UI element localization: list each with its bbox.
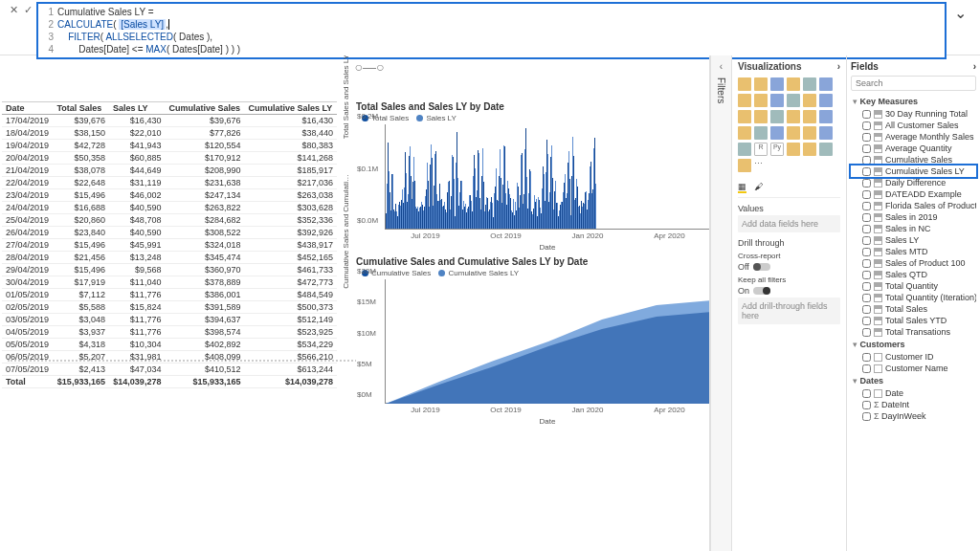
field-checkbox[interactable] — [862, 412, 871, 421]
viz-gallery[interactable]: RPy ⋯ — [738, 76, 840, 178]
field-item[interactable]: DayInWeek — [851, 410, 976, 422]
field-item[interactable]: Total Sales — [851, 303, 976, 315]
table-row[interactable]: 23/04/2019$15,496$46,002$247,134$263,038 — [2, 189, 337, 202]
table-row[interactable]: 03/05/2019$3,048$11,776$394,637$512,149 — [2, 314, 337, 326]
column-header[interactable]: Total Sales — [53, 102, 108, 115]
chevron-right-icon[interactable]: › — [837, 61, 840, 72]
formula-dropdown[interactable]: ⌄ — [947, 2, 974, 24]
field-item[interactable]: Sales QTD — [851, 269, 976, 280]
column-header[interactable]: Date — [2, 102, 53, 115]
field-checkbox[interactable] — [862, 190, 871, 199]
field-item[interactable]: Daily Difference — [851, 177, 976, 188]
table-row[interactable]: 27/04/2019$15,496$45,991$324,018$438,917 — [2, 239, 337, 252]
field-checkbox[interactable] — [862, 202, 871, 210]
field-checkbox[interactable] — [862, 156, 871, 165]
field-item[interactable]: Total Transations — [851, 326, 976, 338]
field-item[interactable]: DateInt — [851, 399, 976, 410]
column-header[interactable]: Cumulative Sales LY — [245, 102, 337, 115]
field-item[interactable]: Total Sales YTD — [851, 315, 976, 326]
field-item[interactable]: Average Quantity — [851, 143, 976, 154]
formula-cancel[interactable]: ✕ — [10, 4, 18, 16]
chart-cumulative-sales[interactable]: Cumulative Sales and Cumulative Sales LY… — [356, 256, 709, 426]
field-checkbox[interactable] — [862, 401, 871, 409]
fields-tab-icon[interactable]: ▦ — [738, 182, 746, 193]
table-row[interactable]: 26/04/2019$23,840$40,590$308,522$392,926 — [2, 227, 337, 239]
field-item[interactable]: 30 Day Running Total — [851, 108, 976, 120]
table-row[interactable]: 02/05/2019$5,588$15,824$391,589$500,373 — [2, 301, 337, 314]
filters-pane-collapsed[interactable]: ‹ Filters — [710, 55, 731, 551]
field-checkbox[interactable] — [862, 179, 871, 187]
field-group[interactable]: Dates — [851, 374, 976, 387]
chart-title: Cumulative Sales and Cumulative Sales LY… — [356, 256, 709, 267]
table-row[interactable]: 21/04/2019$38,078$44,649$208,990$185,917 — [2, 165, 337, 177]
report-canvas[interactable]: ○—○ DateTotal SalesSales LYCumulative Sa… — [0, 55, 709, 551]
field-item[interactable]: Sales in NC — [851, 223, 976, 234]
table-row[interactable]: 06/05/2019$5,207$31,981$408,099$566,210 — [2, 351, 337, 364]
field-checkbox[interactable] — [862, 133, 871, 142]
field-checkbox[interactable] — [862, 271, 871, 279]
field-checkbox[interactable] — [862, 213, 871, 222]
values-well[interactable]: Add data fields here — [738, 215, 840, 232]
table-row[interactable]: 07/05/2019$2,413$47,034$410,512$613,244 — [2, 364, 337, 376]
table-row[interactable]: 01/05/2019$7,112$11,776$386,001$484,549 — [2, 289, 337, 301]
field-group[interactable]: Key Measures — [851, 95, 976, 108]
table-row[interactable]: 22/04/2019$22,648$31,119$231,638$217,036 — [2, 177, 337, 189]
table-row[interactable]: 24/04/2019$16,688$40,590$263,822$303,628 — [2, 202, 337, 214]
field-checkbox[interactable] — [862, 110, 871, 119]
table-row[interactable]: 18/04/2019$38,150$22,010$77,826$38,440 — [2, 127, 337, 140]
field-item[interactable]: Total Quantity — [851, 280, 976, 292]
field-checkbox[interactable] — [862, 144, 871, 153]
cross-report-toggle[interactable]: Off — [738, 262, 840, 272]
table-row[interactable]: 20/04/2019$50,358$60,885$170,912$141,268 — [2, 152, 337, 165]
field-checkbox[interactable] — [862, 282, 871, 291]
formula-commit[interactable]: ✓ — [24, 4, 33, 16]
field-item[interactable]: Cumulative Sales LY — [851, 165, 976, 177]
field-item[interactable]: Customer ID — [851, 351, 976, 363]
table-row[interactable]: 30/04/2019$17,919$11,040$378,889$472,773 — [2, 276, 337, 289]
field-item[interactable]: Average Monthly Sales — [851, 131, 976, 143]
table-row[interactable]: 19/04/2019$42,728$41,943$120,554$80,383 — [2, 140, 337, 152]
table-row[interactable]: 25/04/2019$20,860$48,708$284,682$352,336 — [2, 214, 337, 227]
field-item[interactable]: Florida Sales of Product 2 … — [851, 200, 976, 211]
field-item[interactable]: Total Quantity (Iteration) — [851, 292, 976, 303]
data-table[interactable]: DateTotal SalesSales LYCumulative SalesC… — [2, 101, 337, 388]
field-checkbox[interactable] — [862, 317, 871, 325]
field-checkbox[interactable] — [862, 305, 871, 314]
chart-total-sales[interactable]: Total Sales and Sales LY by Date Total S… — [356, 101, 709, 252]
field-checkbox[interactable] — [862, 236, 871, 245]
format-tab-icon[interactable]: 🖌 — [754, 182, 763, 193]
field-checkbox[interactable] — [862, 294, 871, 302]
table-row[interactable]: 05/05/2019$4,318$10,304$402,892$534,229 — [2, 339, 337, 351]
fields-search-input[interactable] — [851, 76, 976, 91]
field-item[interactable]: Cumulative Sales — [851, 154, 976, 165]
field-checkbox[interactable] — [862, 364, 871, 373]
keep-filters-toggle[interactable]: On — [738, 286, 840, 296]
column-header[interactable]: Cumulative Sales — [165, 102, 244, 115]
field-item[interactable]: Sales in 2019 — [851, 211, 976, 223]
drill-well[interactable]: Add drill-through fields here — [738, 298, 840, 324]
column-header[interactable]: Sales LY — [109, 102, 165, 115]
formula-editor[interactable]: 1Cumulative Sales LY = 2CALCULATE( [Sale… — [36, 2, 947, 59]
table-row[interactable]: 29/04/2019$15,496$9,568$360,970$461,733 — [2, 264, 337, 276]
field-item[interactable]: Sales LY — [851, 234, 976, 246]
field-item[interactable]: Sales of Product 100 — [851, 257, 976, 269]
measure-icon — [874, 144, 882, 153]
field-group[interactable]: Customers — [851, 338, 976, 351]
field-item[interactable]: All Customer Sales — [851, 120, 976, 131]
table-row[interactable]: 04/05/2019$3,937$11,776$398,574$523,925 — [2, 326, 337, 339]
field-checkbox[interactable] — [862, 248, 871, 256]
field-checkbox[interactable] — [862, 121, 871, 130]
table-row[interactable]: 28/04/2019$21,456$13,248$345,474$452,165 — [2, 252, 337, 264]
chevron-right-icon[interactable]: › — [973, 61, 976, 72]
field-checkbox[interactable] — [862, 225, 871, 233]
field-checkbox[interactable] — [862, 353, 871, 362]
field-item[interactable]: Sales MTD — [851, 246, 976, 257]
field-checkbox[interactable] — [862, 259, 871, 268]
table-row[interactable]: 17/04/2019$39,676$16,430$39,676$16,430 — [2, 115, 337, 127]
field-checkbox[interactable] — [862, 389, 871, 398]
field-checkbox[interactable] — [862, 167, 871, 176]
field-item[interactable]: DATEADD Example — [851, 188, 976, 200]
field-checkbox[interactable] — [862, 328, 871, 337]
field-item[interactable]: Date — [851, 387, 976, 399]
field-item[interactable]: Customer Name — [851, 363, 976, 374]
